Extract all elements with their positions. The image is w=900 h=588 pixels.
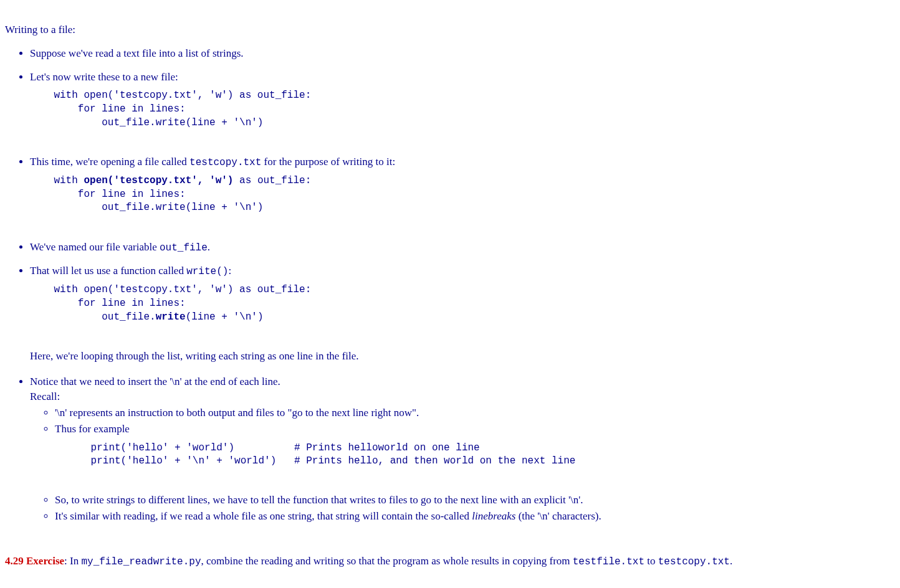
- exercise-c2: testfile.txt: [573, 556, 644, 567]
- code-block-2: with open('testcopy.txt', 'w') as out_fi…: [30, 174, 895, 228]
- code-block-3: with open('testcopy.txt', 'w') as out_fi…: [30, 283, 895, 337]
- section-heading: Writing to a file:: [5, 22, 895, 37]
- inner-bullet-4: It's similar with reading, if we read a …: [55, 509, 895, 524]
- main-list: Suppose we've read a text file into a li…: [5, 46, 895, 524]
- bullet-6-line2: Recall:: [30, 391, 60, 402]
- bullet-3-post: for the purpose of writing to it:: [261, 156, 395, 168]
- code-block-4: print('hello' + 'world') # Prints hellow…: [55, 442, 895, 482]
- bullet-2: Let's now write these to a new file: wit…: [30, 70, 895, 143]
- bullet-3: This time, we're opening a file called t…: [30, 154, 895, 229]
- exercise-t1: : In: [64, 555, 81, 567]
- inner-list: '\n' represents an instruction to both o…: [30, 405, 895, 524]
- bullet-6: Notice that we need to insert the '\n' a…: [30, 374, 895, 524]
- inner-bullet-2: Thus for example print('hello' + 'world'…: [55, 422, 895, 482]
- exercise-label: 4.29 Exercise: [5, 555, 64, 567]
- bullet-5-after: Here, we're looping through the list, wr…: [30, 349, 895, 364]
- bullet-4-post: .: [208, 241, 210, 253]
- code-block-1: with open('testcopy.txt', 'w') as out_fi…: [30, 89, 895, 143]
- bullet-5-pre: That will let us use a function called: [30, 265, 186, 277]
- inner-bullet-1: '\n' represents an instruction to both o…: [55, 405, 895, 420]
- bullet-4-code: out_file: [160, 242, 208, 254]
- bullet-3-pre: This time, we're opening a file called: [30, 156, 189, 168]
- exercise-block: 4.29 Exercise: In my_file_readwrite.py, …: [5, 554, 895, 569]
- inner-bullet-3: So, to write strings to different lines,…: [55, 493, 895, 508]
- bullet-5-code: write(): [186, 266, 228, 277]
- bullet-3-code: testcopy.txt: [189, 157, 261, 168]
- bullet-4: We've named our file variable out_file.: [30, 240, 895, 255]
- bullet-6-line1: Notice that we need to insert the '\n' a…: [30, 376, 280, 387]
- bullet-4-pre: We've named our file variable: [30, 241, 160, 253]
- exercise-c1: my_file_readwrite.py: [81, 556, 201, 567]
- bullet-1: Suppose we've read a text file into a li…: [30, 46, 895, 61]
- exercise-t2: , combine the reading and writing so tha…: [201, 555, 572, 567]
- bullet-5: That will let us use a function called w…: [30, 263, 895, 364]
- bullet-5-post: :: [228, 265, 231, 277]
- exercise-t4: .: [730, 555, 732, 567]
- exercise-c3: testcopy.txt: [658, 556, 730, 567]
- exercise-t3: to: [644, 555, 658, 567]
- bullet-2-text: Let's now write these to a new file:: [30, 71, 178, 83]
